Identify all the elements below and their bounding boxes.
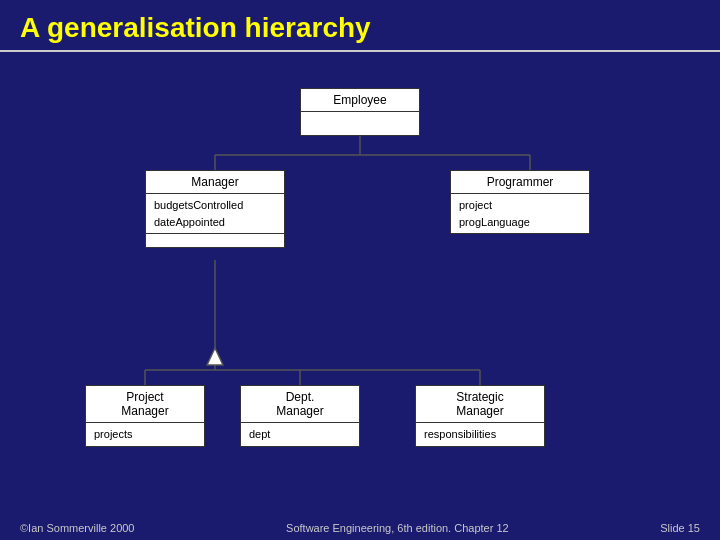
employee-title: Employee [301, 89, 419, 112]
employee-box: Employee [300, 88, 420, 136]
manager-title: Manager [146, 171, 284, 194]
slide-title: A generalisation hierarchy [0, 0, 720, 52]
strategic-manager-title: StrategicManager [416, 386, 544, 423]
programmer-title: Programmer [451, 171, 589, 194]
project-manager-box: ProjectManager projects [85, 385, 205, 447]
dept-manager-box: Dept.Manager dept [240, 385, 360, 447]
footer-center: Software Engineering, 6th edition. Chapt… [286, 522, 509, 534]
dept-manager-title: Dept.Manager [241, 386, 359, 423]
footer: ©Ian Sommerville 2000 Software Engineeri… [0, 522, 720, 534]
slide: A generalisation hierarchy [0, 0, 720, 540]
strategic-manager-attrs: responsibilities [416, 423, 544, 446]
strategic-manager-box: StrategicManager responsibilities [415, 385, 545, 447]
footer-left: ©Ian Sommerville 2000 [20, 522, 135, 534]
svg-marker-10 [207, 348, 223, 365]
footer-right: Slide 15 [660, 522, 700, 534]
project-manager-title: ProjectManager [86, 386, 204, 423]
dept-manager-attrs: dept [241, 423, 359, 446]
manager-attrs: budgetsControlleddateAppointed [146, 194, 284, 233]
manager-box: Manager budgetsControlleddateAppointed [145, 170, 285, 248]
programmer-attrs: projectprogLanguage [451, 194, 589, 233]
programmer-box: Programmer projectprogLanguage [450, 170, 590, 234]
project-manager-attrs: projects [86, 423, 204, 446]
diagram-area: Employee Manager budgetsControlleddateAp… [30, 70, 690, 510]
